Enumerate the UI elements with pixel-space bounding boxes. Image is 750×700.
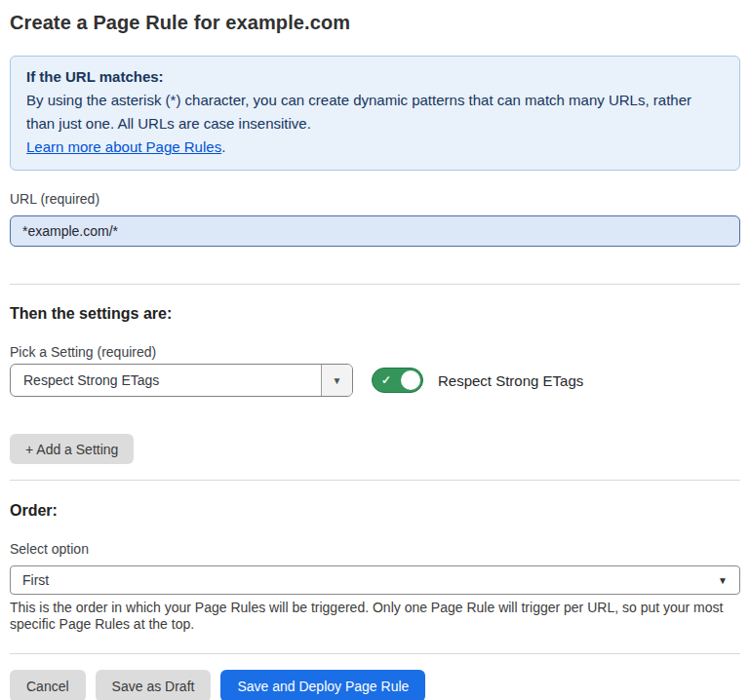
order-select[interactable]: First ▼ [10, 565, 740, 595]
info-box-heading: If the URL matches: [26, 65, 724, 89]
url-match-info-box: If the URL matches: By using the asteris… [10, 56, 740, 171]
toggle-label: Respect Strong ETags [438, 372, 583, 389]
divider [10, 653, 740, 654]
page-title: Create a Page Rule for example.com [10, 12, 740, 34]
chevron-down-icon: ▼ [333, 375, 342, 386]
order-select-value: First [22, 572, 49, 588]
create-page-rule-panel: Create a Page Rule for example.com If th… [0, 12, 750, 700]
learn-more-link[interactable]: Learn more about Page Rules [26, 138, 221, 155]
link-suffix: . [221, 138, 225, 155]
order-select-label: Select option [10, 541, 740, 557]
setting-select-value: Respect Strong ETags [11, 365, 321, 396]
url-field-label: URL (required) [10, 191, 740, 207]
settings-section-heading: Then the settings are: [10, 305, 740, 322]
divider [10, 284, 740, 285]
url-field-group: URL (required) [10, 191, 740, 247]
setting-select-arrow-button[interactable]: ▼ [321, 365, 352, 396]
setting-select[interactable]: Respect Strong ETags ▼ [10, 364, 353, 397]
respect-strong-etags-toggle[interactable]: ✓ [372, 368, 423, 393]
check-icon: ✓ [381, 373, 391, 387]
info-box-link-line: Learn more about Page Rules. [26, 136, 724, 159]
order-section-heading: Order: [10, 502, 740, 519]
toggle-knob [401, 370, 420, 390]
footer-button-row: Cancel Save as Draft Save and Deploy Pag… [10, 670, 740, 700]
cancel-button[interactable]: Cancel [10, 670, 86, 700]
setting-row: Respect Strong ETags ▼ ✓ Respect Strong … [10, 364, 740, 397]
info-box-body: By using the asterisk (*) character, you… [26, 89, 724, 136]
save-deploy-button[interactable]: Save and Deploy Page Rule [220, 670, 425, 700]
divider [10, 480, 740, 481]
add-setting-button[interactable]: + Add a Setting [10, 434, 134, 464]
pick-setting-label: Pick a Setting (required) [10, 344, 740, 360]
save-draft-button[interactable]: Save as Draft [96, 670, 212, 700]
url-input[interactable] [10, 215, 740, 247]
order-help-text: This is the order in which your Page Rul… [10, 600, 736, 633]
chevron-down-icon: ▼ [718, 575, 728, 586]
